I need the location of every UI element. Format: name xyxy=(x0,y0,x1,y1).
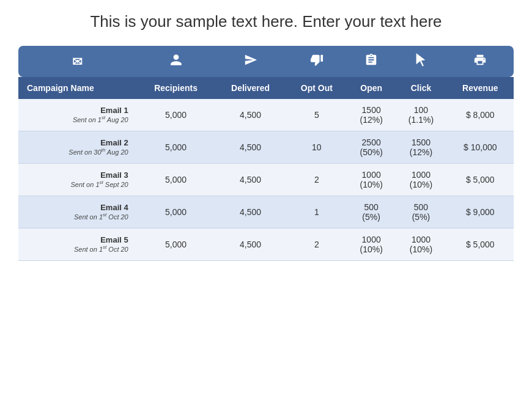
email-date: Sent on 30th Aug 20 xyxy=(68,148,128,156)
campaign-name-cell: Email 1Sent on 1st Aug 20 xyxy=(18,99,137,131)
table-row: Email 1Sent on 1st Aug 205,0004,50051500… xyxy=(18,99,514,131)
table-row: Email 3Sent on 1st Sept 205,0004,5002100… xyxy=(18,164,514,196)
optout-cell: 1 xyxy=(286,196,347,229)
email-name: Email 4 xyxy=(23,203,128,212)
open-cell: 500(5%) xyxy=(347,196,395,229)
col-header-revenue: Revenue xyxy=(447,77,514,99)
recipients-cell: 5,000 xyxy=(137,196,215,229)
revenue-cell: $ 10,000 xyxy=(447,131,514,164)
campaign-name-cell: Email 4Sent on 1st Oct 20 xyxy=(18,196,137,229)
optout-cell: 2 xyxy=(286,164,347,196)
click-cell: 1000(10%) xyxy=(395,229,446,261)
col-header-open: Open xyxy=(347,77,395,99)
printer-icon xyxy=(447,46,514,77)
envelope-icon: ✉ xyxy=(18,46,137,77)
revenue-cell: $ 8,000 xyxy=(447,99,514,131)
email-name: Email 2 xyxy=(23,138,128,147)
page-title: This is your sample text here. Enter you… xyxy=(90,12,441,31)
campaign-name-cell: Email 5Sent on 1st Oct 20 xyxy=(18,229,137,261)
revenue-cell: $ 5,000 xyxy=(447,164,514,196)
delivered-cell: 4,500 xyxy=(215,131,286,164)
cursor-icon xyxy=(395,46,446,77)
delivered-cell: 4,500 xyxy=(215,229,286,261)
clipboard-icon xyxy=(347,46,395,77)
open-cell: 2500(50%) xyxy=(347,131,395,164)
open-cell: 1000(10%) xyxy=(347,164,395,196)
table-row: Email 2Sent on 30th Aug 205,0004,5001025… xyxy=(18,131,514,164)
delivered-cell: 4,500 xyxy=(215,99,286,131)
click-cell: 1500(12%) xyxy=(395,131,446,164)
send-icon xyxy=(215,46,286,77)
col-header-click: Click xyxy=(395,77,446,99)
thumbsdown-icon xyxy=(286,46,347,77)
email-name: Email 1 xyxy=(23,106,128,115)
col-header-campaign: Campaign Name xyxy=(18,77,137,99)
email-date: Sent on 1st Sept 20 xyxy=(70,181,128,188)
email-date: Sent on 1st Oct 20 xyxy=(74,246,128,253)
click-cell: 100(1.1%) xyxy=(395,99,446,131)
recipients-cell: 5,000 xyxy=(137,164,215,196)
campaign-table-wrapper: ✉ xyxy=(18,46,514,261)
col-header-optout: Opt Out xyxy=(286,77,347,99)
optout-cell: 10 xyxy=(286,131,347,164)
delivered-cell: 4,500 xyxy=(215,196,286,229)
recipients-cell: 5,000 xyxy=(137,99,215,131)
delivered-cell: 4,500 xyxy=(215,164,286,196)
col-header-recipients: Recipients xyxy=(137,77,215,99)
optout-cell: 2 xyxy=(286,229,347,261)
campaign-table: ✉ xyxy=(18,46,514,261)
campaign-name-cell: Email 3Sent on 1st Sept 20 xyxy=(18,164,137,196)
table-row: Email 5Sent on 1st Oct 205,0004,50021000… xyxy=(18,229,514,261)
optout-cell: 5 xyxy=(286,99,347,131)
click-cell: 1000(10%) xyxy=(395,164,446,196)
column-header-row: Campaign Name Recipients Delivered Opt O… xyxy=(18,77,514,99)
email-name: Email 5 xyxy=(23,235,128,244)
recipients-cell: 5,000 xyxy=(137,229,215,261)
click-cell: 500(5%) xyxy=(395,196,446,229)
revenue-cell: $ 5,000 xyxy=(447,229,514,261)
email-date: Sent on 1st Oct 20 xyxy=(74,213,128,221)
campaign-name-cell: Email 2Sent on 30th Aug 20 xyxy=(18,131,137,164)
open-cell: 1500(12%) xyxy=(347,99,395,131)
open-cell: 1000(10%) xyxy=(347,229,395,261)
email-date: Sent on 1st Aug 20 xyxy=(73,116,128,123)
col-header-delivered: Delivered xyxy=(215,77,286,99)
table-row: Email 4Sent on 1st Oct 205,0004,5001500(… xyxy=(18,196,514,229)
icon-header-row: ✉ xyxy=(18,46,514,77)
table-body: Email 1Sent on 1st Aug 205,0004,50051500… xyxy=(18,99,514,261)
email-name: Email 3 xyxy=(23,170,128,180)
recipients-cell: 5,000 xyxy=(137,131,215,164)
revenue-cell: $ 9,000 xyxy=(447,196,514,229)
person-icon xyxy=(137,46,215,77)
